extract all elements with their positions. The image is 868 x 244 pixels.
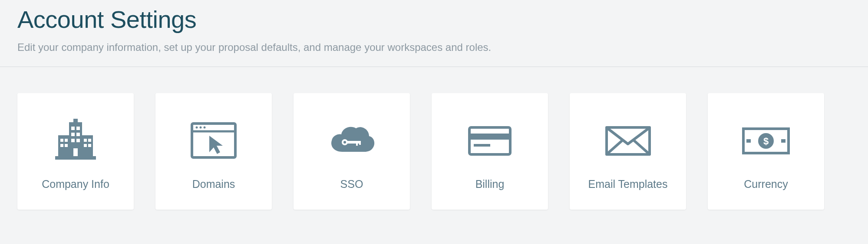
card-label: Company Info bbox=[42, 178, 109, 191]
card-sso[interactable]: SSO bbox=[294, 93, 410, 210]
svg-rect-13 bbox=[65, 139, 68, 142]
card-label: Currency bbox=[744, 178, 788, 191]
card-currency[interactable]: $ Currency bbox=[708, 93, 824, 210]
svg-rect-18 bbox=[84, 144, 87, 147]
svg-rect-40 bbox=[781, 139, 785, 143]
envelope-icon bbox=[603, 113, 653, 169]
svg-rect-5 bbox=[71, 127, 75, 130]
svg-rect-2 bbox=[82, 135, 93, 157]
svg-point-24 bbox=[204, 127, 206, 129]
svg-rect-16 bbox=[84, 139, 87, 142]
svg-rect-30 bbox=[469, 127, 510, 154]
svg-rect-15 bbox=[65, 144, 68, 147]
svg-rect-3 bbox=[55, 156, 96, 160]
credit-card-icon bbox=[466, 113, 514, 169]
card-label: Domains bbox=[192, 178, 235, 191]
svg-rect-10 bbox=[76, 139, 80, 142]
card-label: Billing bbox=[475, 178, 505, 191]
svg-rect-32 bbox=[474, 144, 490, 147]
svg-text:$: $ bbox=[763, 136, 769, 147]
settings-header: Account Settings Edit your company infor… bbox=[0, 0, 868, 67]
svg-rect-39 bbox=[746, 139, 751, 143]
svg-rect-31 bbox=[469, 134, 510, 140]
svg-line-35 bbox=[634, 140, 649, 154]
svg-rect-4 bbox=[73, 119, 78, 123]
svg-rect-27 bbox=[347, 141, 360, 144]
page-subtitle: Edit your company information, set up yo… bbox=[17, 41, 851, 53]
card-billing[interactable]: Billing bbox=[432, 93, 548, 210]
card-label: Email Templates bbox=[588, 178, 668, 191]
card-domains[interactable]: Domains bbox=[155, 93, 272, 210]
svg-point-22 bbox=[196, 127, 198, 129]
svg-rect-14 bbox=[60, 144, 63, 147]
svg-rect-28 bbox=[356, 141, 358, 146]
svg-rect-7 bbox=[71, 133, 75, 136]
settings-cards-row: Company Info Domains bbox=[0, 67, 868, 210]
card-label: SSO bbox=[340, 178, 363, 191]
card-email-templates[interactable]: Email Templates bbox=[570, 93, 686, 210]
svg-rect-29 bbox=[359, 141, 361, 145]
page-title: Account Settings bbox=[17, 5, 851, 33]
svg-rect-6 bbox=[76, 127, 80, 130]
money-bill-icon: $ bbox=[740, 113, 792, 169]
svg-line-34 bbox=[607, 140, 622, 154]
building-icon bbox=[52, 113, 99, 169]
svg-rect-8 bbox=[76, 133, 80, 136]
svg-rect-11 bbox=[73, 148, 78, 156]
svg-rect-12 bbox=[60, 139, 63, 142]
svg-rect-9 bbox=[71, 139, 75, 142]
svg-point-23 bbox=[200, 127, 202, 129]
card-company-info[interactable]: Company Info bbox=[17, 93, 134, 210]
svg-rect-19 bbox=[88, 144, 91, 147]
svg-rect-17 bbox=[88, 139, 91, 142]
cloud-key-icon bbox=[326, 113, 378, 169]
browser-pointer-icon bbox=[190, 113, 238, 169]
svg-point-26 bbox=[343, 141, 346, 144]
